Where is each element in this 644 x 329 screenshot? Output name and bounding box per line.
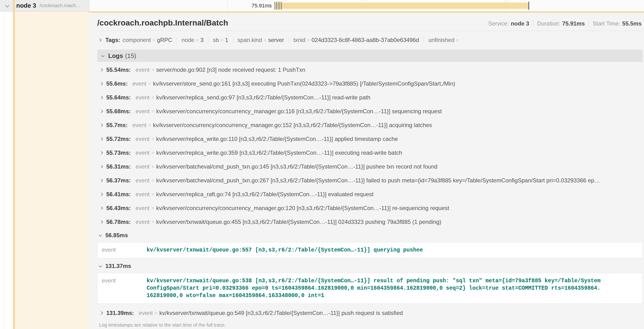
span-detail-panel: /cockroach.roachpb.Internal/Batch Servic…: [89, 12, 644, 329]
tag-item: component=gRPC: [122, 37, 172, 44]
chevron-down-icon[interactable]: [101, 54, 104, 57]
log-field-key: event: [132, 80, 146, 87]
tag-equals: =: [221, 38, 224, 43]
log-message: kv/kvserver/concurrency/concurrency_mana…: [156, 205, 449, 212]
log-field-key: event: [136, 191, 150, 198]
log-equals: =: [151, 164, 154, 170]
log-timestamp: 56.85ms: [105, 232, 128, 239]
log-timestamp: 55.64ms:: [106, 94, 131, 101]
log-row[interactable]: 55.7ms: event = kv/kvserver/concurrency/…: [97, 118, 642, 132]
log-equals: =: [148, 122, 151, 128]
tag-key: component: [122, 37, 151, 44]
chevron-right-icon[interactable]: [100, 179, 103, 182]
span-bar-hatch-marks: [274, 2, 283, 10]
log-timestamp: 131.37ms: [105, 263, 131, 270]
chevron-right-icon[interactable]: [100, 151, 103, 154]
chevron-right-icon[interactable]: [100, 124, 103, 127]
expanded-log-header[interactable]: 131.37ms: [97, 260, 642, 272]
chevron-right-icon[interactable]: [100, 68, 103, 72]
log-field-key: event: [136, 66, 150, 73]
log-row[interactable]: 56.78ms: event = kv/kvserver/txnwait/que…: [97, 215, 642, 229]
tag-item: node=3: [182, 37, 204, 44]
tag-equals: =: [152, 38, 156, 43]
log-row[interactable]: 55.68ms: event = kv/kvserver/concurrency…: [97, 104, 642, 118]
log-row[interactable]: 55.73ms: event = kv/kvserver/replica_wri…: [97, 146, 642, 160]
log-row[interactable]: 55.6ms: event = kv/kvserver/store_send.g…: [97, 77, 642, 90]
chevron-right-icon[interactable]: [100, 193, 103, 196]
log-equals: =: [151, 109, 154, 114]
tag-separator: [233, 37, 233, 43]
span-operation-name: /cockroach.roach…: [40, 3, 80, 8]
tag-separator: [177, 37, 177, 43]
log-row[interactable]: 56.43ms: event = kv/kvserver/concurrency…: [97, 201, 642, 215]
duration-value: 75.91ms: [562, 20, 585, 27]
tag-value: gRPC: [157, 37, 172, 44]
log-message: kv/kvserver/store_send.go:161 [n3,s3] ex…: [153, 80, 455, 87]
log-message: kv/kvserver/replica_write.go:359 [n3,s3,…: [156, 150, 402, 156]
logs-count: (15): [125, 52, 136, 60]
chevron-right-icon[interactable]: [100, 311, 103, 315]
log-timestamp: 55.6ms:: [106, 80, 128, 87]
log-equals: =: [151, 136, 154, 142]
log-equals: =: [151, 178, 154, 183]
log-row[interactable]: 56.31ms: event = kv/kvserver/batcheval/c…: [97, 160, 642, 174]
log-row[interactable]: 56.37ms: event = kv/kvserver/batcheval/c…: [97, 174, 642, 188]
selected-span-highlight-column: [15, 12, 89, 329]
meta-separator: [589, 21, 589, 26]
chevron-right-icon[interactable]: [100, 110, 103, 113]
chevron-right-icon[interactable]: [100, 206, 103, 210]
logs-header-bar[interactable]: Logs (15): [97, 50, 642, 62]
log-field-key: event: [132, 122, 146, 128]
log-field-key: event: [136, 163, 150, 170]
chevron-right-icon[interactable]: [100, 220, 103, 224]
log-field-key: event: [136, 205, 150, 212]
span-detail-header: /cockroach.roachpb.Internal/Batch Servic…: [97, 13, 642, 28]
chevron-right-icon[interactable]: [100, 96, 103, 99]
log-row[interactable]: 55.72ms: event = kv/kvserver/replica_wri…: [97, 132, 642, 146]
log-timestamp: 55.7ms:: [106, 122, 128, 128]
log-field-key: event: [136, 94, 150, 101]
log-row[interactable]: 55.64ms: event = kv/kvserver/replica_sen…: [97, 90, 642, 104]
chevron-right-icon[interactable]: [98, 38, 102, 42]
chevron-down-icon[interactable]: [99, 264, 102, 268]
log-timestamp: 131.39ms:: [106, 310, 134, 316]
tag-item: span.kind=server: [238, 37, 284, 44]
log-row[interactable]: 131.39ms: event = kv/kvserver/txnwait/qu…: [97, 306, 642, 320]
chevron-right-icon[interactable]: [100, 137, 103, 141]
log-field-key: event: [136, 136, 150, 142]
log-timestamp: 55.73ms:: [106, 150, 131, 156]
chevron-right-icon[interactable]: [100, 82, 103, 85]
tag-value: 024d3323-6c8f-4863-aa8b-37ab0e63496d: [312, 37, 419, 44]
log-field-value: kv/kvserver/txnwait/queue.go:538 [n3,s3,…: [146, 273, 642, 304]
span-duration-bar[interactable]: [274, 2, 529, 9]
gutter-line: [12, 0, 12, 329]
log-equals: =: [155, 310, 158, 316]
log-message: kv/kvserver/replica_raft.go:74 [n3,s3,r6…: [156, 191, 374, 198]
service-label: Service:: [488, 20, 509, 27]
log-message: kv/kvserver/batcheval/cmd_push_txn.go:14…: [156, 163, 437, 170]
logs-footer-note: Log timestamps are relative to the start…: [97, 320, 642, 329]
duration-label: Duration:: [537, 20, 560, 27]
log-equals: =: [151, 219, 154, 225]
log-message: server/node.go:902 [n3] node received re…: [156, 66, 305, 73]
log-row[interactable]: 55.54ms: event = server/node.go:902 [n3]…: [97, 63, 642, 77]
log-message: kv/kvserver/replica_write.go:110 [n3,s3,…: [156, 136, 398, 142]
tag-key: txnid: [294, 37, 306, 44]
span-duration-label: 75.91ms: [236, 0, 272, 12]
log-field-key: event: [139, 310, 153, 316]
expanded-log-header[interactable]: 56.85ms: [97, 230, 642, 241]
logs-title: Logs: [108, 52, 123, 60]
chevron-down-icon[interactable]: [5, 3, 9, 8]
tag-item: txnid=024d3323-6c8f-4863-aa8b-37ab0e6349…: [294, 37, 419, 44]
tags-row[interactable]: Tags: component=gRPC node=3 sb=1 span.ki…: [97, 36, 642, 44]
log-row[interactable]: 56.41ms: event = kv/kvserver/replica_raf…: [97, 188, 642, 201]
span-service-name: node 3: [16, 2, 36, 9]
tag-key: node: [182, 37, 194, 44]
chevron-down-icon[interactable]: [99, 234, 102, 237]
service-value: node 3: [511, 20, 529, 27]
log-equals: =: [151, 192, 154, 197]
start-time-label: Start Time:: [593, 20, 620, 27]
chevron-right-icon[interactable]: [100, 165, 103, 168]
tags-label[interactable]: Tags:: [105, 37, 120, 44]
span-waterfall-row: node 3 /cockroach.roach… 75.91ms: [0, 0, 644, 12]
